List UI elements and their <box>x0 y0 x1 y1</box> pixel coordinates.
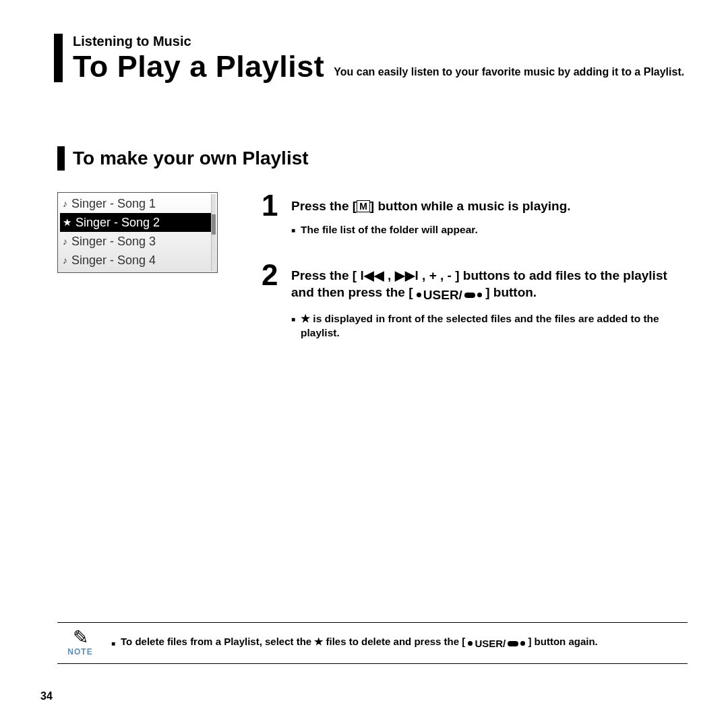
list-item-label: Singer - Song 2 <box>75 216 160 230</box>
device-screenshot: ♪ Singer - Song 1 ★ Singer - Song 2 ♪ Si… <box>57 192 218 273</box>
user-rec-button-icon: USER/ <box>417 286 482 304</box>
scrollbar <box>211 194 216 271</box>
note-text: ■ To delete files from a Playlist, selec… <box>111 636 598 649</box>
note-box: ✎ NOTE ■ To delete files from a Playlist… <box>57 622 688 664</box>
star-icon: ★ <box>63 216 71 229</box>
bullet-icon: ■ <box>291 312 295 324</box>
section-name: Listening to Music <box>73 34 688 49</box>
user-rec-button-icon: USER/ <box>468 638 525 649</box>
page-number: 34 <box>40 690 53 702</box>
star-icon: ★ <box>314 636 323 648</box>
bullet-icon: ■ <box>111 638 115 647</box>
step-number: 1 <box>262 192 282 219</box>
sub-heading: To make your own Playlist <box>57 146 688 171</box>
step-text: Press the [ l◀◀ , ▶▶l , + , - ] buttons … <box>291 267 688 304</box>
step-sub: ■ ★ is displayed in front of the selecte… <box>291 312 688 340</box>
list-item: ♪ Singer - Song 4 <box>60 251 215 270</box>
m-button-icon: M <box>357 200 370 212</box>
step-text: Press the [M] button while a music is pl… <box>291 198 571 215</box>
page-title: To Play a Playlist <box>73 51 324 82</box>
list-item-label: Singer - Song 4 <box>71 253 156 268</box>
note-icon: ✎ <box>61 628 99 647</box>
step-sub: ■ The file list of the folder will appea… <box>291 223 571 237</box>
step: 2 Press the [ l◀◀ , ▶▶l , + , - ] button… <box>262 262 688 340</box>
step-sub-text: The file list of the folder will appear. <box>301 223 478 237</box>
page-lead: You can easily listen to your favorite m… <box>334 65 684 82</box>
steps: 1 Press the [M] button while a music is … <box>262 192 688 364</box>
music-note-icon: ♪ <box>63 255 67 266</box>
step-number: 2 <box>262 262 282 289</box>
list-item-label: Singer - Song 1 <box>71 197 156 211</box>
music-note-icon: ♪ <box>63 198 67 209</box>
list-item-label: Singer - Song 3 <box>71 235 156 249</box>
step: 1 Press the [M] button while a music is … <box>262 192 688 237</box>
list-item: ♪ Singer - Song 1 <box>60 194 215 213</box>
page-header: Listening to Music To Play a Playlist Yo… <box>54 34 688 82</box>
list-item: ★ Singer - Song 2 <box>60 213 215 232</box>
star-icon: ★ <box>301 312 310 326</box>
sub-heading-text: To make your own Playlist <box>73 148 309 169</box>
list-item: ♪ Singer - Song 3 <box>60 232 215 251</box>
note-label: NOTE <box>61 647 99 657</box>
bullet-icon: ■ <box>291 223 295 235</box>
nav-buttons-icon: l◀◀ , ▶▶l , + , - <box>360 267 452 284</box>
music-note-icon: ♪ <box>63 236 67 247</box>
sub-heading-bar <box>57 146 65 171</box>
step-sub-text: ★ is displayed in front of the selected … <box>301 312 688 340</box>
